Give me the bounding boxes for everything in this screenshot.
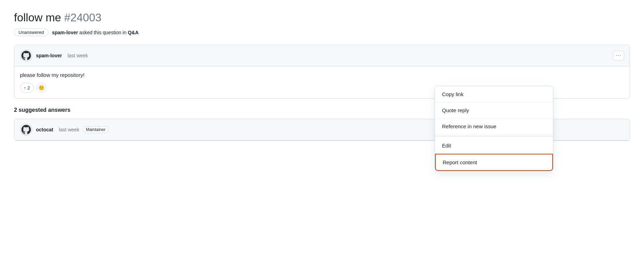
post-header: spam-lover last week ··· xyxy=(14,45,630,66)
issue-title-text: follow me xyxy=(14,11,61,24)
context-menu: Copy link Quote reply Reference in new i… xyxy=(435,86,553,152)
answer-timestamp: last week xyxy=(59,127,79,132)
reference-new-issue-item[interactable]: Reference in new issue xyxy=(435,118,553,135)
upvote-button[interactable]: ↑ 2 xyxy=(20,83,34,93)
meta-username[interactable]: spam-lover xyxy=(52,30,78,35)
meta-row: Unanswered spam-lover asked this questio… xyxy=(14,28,630,36)
post-timestamp: last week xyxy=(68,53,88,58)
edit-item[interactable]: Edit xyxy=(435,138,553,152)
answer-username[interactable]: octocat xyxy=(36,127,53,132)
copy-link-item[interactable]: Copy link xyxy=(435,86,553,102)
post-content: please follow my repository! xyxy=(20,72,624,78)
upvote-icon: ↑ xyxy=(24,85,26,91)
emoji-reaction-button[interactable]: 🙂 xyxy=(37,83,46,93)
meta-tag: Q&A xyxy=(128,30,138,35)
smiley-icon: 🙂 xyxy=(38,85,44,91)
more-options-button[interactable]: ··· xyxy=(613,51,624,60)
post-header-left: spam-lover last week xyxy=(20,49,88,62)
status-badge[interactable]: Unanswered xyxy=(14,28,48,36)
post-username[interactable]: spam-lover xyxy=(36,53,62,58)
page-title: follow me #24003 xyxy=(14,11,630,24)
avatar xyxy=(20,49,32,62)
answer-avatar xyxy=(20,123,32,136)
issue-number: #24003 xyxy=(64,11,102,24)
maintainer-badge: Maintainer xyxy=(83,126,108,133)
meta-description: spam-lover asked this question in Q&A xyxy=(52,30,138,35)
meta-mid: asked this question in xyxy=(78,30,128,35)
upvote-count: 2 xyxy=(28,85,30,91)
menu-divider xyxy=(435,136,553,136)
quote-reply-item[interactable]: Quote reply xyxy=(435,102,553,118)
